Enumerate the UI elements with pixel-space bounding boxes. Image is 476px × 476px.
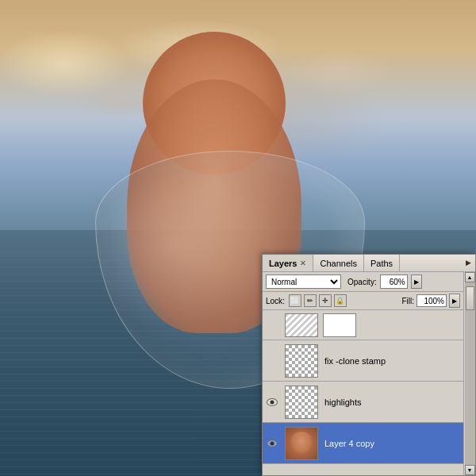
layer-mask-top <box>323 313 356 337</box>
layer-item-top[interactable] <box>263 310 463 340</box>
layer-thumb-clone-stamp <box>285 344 318 378</box>
opacity-input[interactable] <box>380 274 408 289</box>
panel-titlebar: Layers ✕ Channels Paths ▶ <box>263 255 475 272</box>
lock-pixels-btn[interactable]: ⬜ <box>289 294 301 307</box>
tab-channels-label: Channels <box>320 259 356 268</box>
layers-panel: Layers ✕ Channels Paths ▶ Normal Opacity… <box>262 254 476 476</box>
layer-visibility-highlights[interactable] <box>263 382 282 423</box>
blend-opacity-row: Normal Opacity: ▶ <box>263 272 463 292</box>
brush-icon: ✏ <box>307 297 313 305</box>
tab-paths-label: Paths <box>370 259 393 268</box>
layer-item-highlights[interactable]: highlights <box>263 382 463 423</box>
tab-layers-label: Layers <box>269 259 297 268</box>
panel-scrollbar: ▲ ▼ <box>463 272 475 475</box>
lock-all-btn[interactable]: 🔒 <box>334 294 347 307</box>
layer-thumb-top <box>285 313 318 337</box>
checker-bg-clone <box>286 345 317 377</box>
opacity-label: Opacity: <box>347 278 377 286</box>
lock-image-btn[interactable]: ✏ <box>304 294 317 307</box>
layer-thumb-layer4copy <box>285 427 318 460</box>
hamster-thumb-image <box>286 428 317 459</box>
tab-close-icon[interactable]: ✕ <box>300 259 306 267</box>
scroll-track <box>465 282 475 465</box>
layer-thumb-highlights <box>285 386 318 419</box>
lock-position-btn[interactable]: ✛ <box>319 294 332 307</box>
tab-paths[interactable]: Paths <box>364 255 400 271</box>
eye-icon-highlights <box>267 398 278 406</box>
layer-name-layer4copy: Layer 4 copy <box>321 439 463 448</box>
move-icon: ✛ <box>322 297 328 305</box>
opacity-arrow-btn[interactable]: ▶ <box>411 274 422 289</box>
layers-content: Normal Opacity: ▶ Lock: ⬜ ✏ ✛ 🔒 Fill: ▶ <box>263 272 463 475</box>
panel-menu-button[interactable]: ▶ <box>463 257 474 268</box>
scroll-thumb[interactable] <box>466 286 474 310</box>
lock-icon: 🔒 <box>336 297 344 305</box>
checker-bg-highlights <box>286 386 317 418</box>
layer-name-highlights: highlights <box>321 397 463 407</box>
scroll-up-btn[interactable]: ▲ <box>465 272 475 282</box>
lock-transparent-icon: ⬜ <box>290 297 299 305</box>
eye-icon-layer4copy <box>267 440 278 447</box>
layer-item-clone-stamp[interactable]: fix -clone stamp <box>263 340 463 382</box>
fill-input[interactable] <box>416 294 447 307</box>
fill-label: Fill: <box>401 297 414 305</box>
lock-label: Lock: <box>266 297 285 305</box>
layer-name-clone-stamp: fix -clone stamp <box>321 356 463 366</box>
layer-visibility-layer4copy[interactable] <box>263 423 282 464</box>
layer-visibility-clone-stamp[interactable] <box>263 340 282 382</box>
blend-mode-select[interactable]: Normal <box>266 274 341 289</box>
layers-list: fix -clone stamp highlights <box>263 310 463 464</box>
lock-fill-row: Lock: ⬜ ✏ ✛ 🔒 Fill: ▶ <box>263 292 463 310</box>
fill-arrow-btn[interactable]: ▶ <box>449 294 460 308</box>
tab-channels[interactable]: Channels <box>313 255 363 271</box>
tab-layers[interactable]: Layers ✕ <box>263 255 313 271</box>
scroll-down-btn[interactable]: ▼ <box>465 465 475 475</box>
layer-item-layer4copy[interactable]: Layer 4 copy <box>263 423 463 464</box>
